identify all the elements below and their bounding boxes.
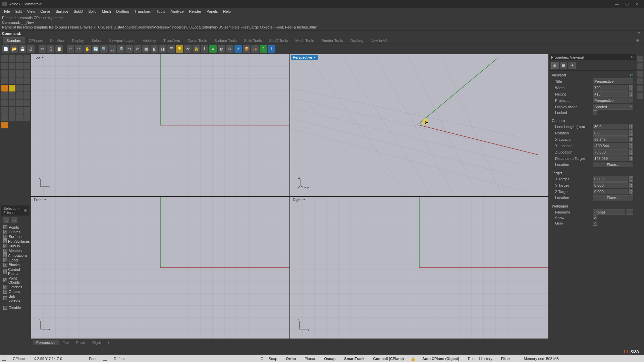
menu-panels[interactable]: Panels (204, 9, 221, 14)
copy-tool-icon[interactable] (9, 92, 15, 99)
filter-row[interactable]: Sub-objects (3, 294, 27, 303)
gear-icon[interactable]: ⚙ (631, 55, 634, 59)
about-icon[interactable]: ℹ (268, 45, 275, 53)
dock-display-icon[interactable] (637, 71, 643, 77)
filter-row[interactable]: Others (3, 289, 27, 294)
chevron-down-icon[interactable]: ▼ (41, 56, 44, 59)
viewtab-top[interactable]: Top (59, 340, 72, 345)
viewtab-front[interactable]: Front (73, 340, 88, 345)
filter-row[interactable]: Disable (3, 305, 27, 310)
lightbulb-icon[interactable]: 💡 (176, 45, 183, 53)
rotation-field[interactable]: 0.0 (593, 130, 628, 136)
freeform-icon[interactable] (9, 70, 15, 77)
ellipse-icon[interactable] (1, 70, 8, 77)
cam-z-field[interactable]: 73.030 (593, 149, 628, 155)
filter-checkbox[interactable] (3, 235, 7, 239)
show-checkbox[interactable] (593, 216, 597, 220)
filter-row[interactable]: Annotations (3, 253, 27, 258)
filter-checkbox[interactable] (3, 239, 7, 243)
render-tool-icon[interactable] (9, 114, 15, 121)
filter-row[interactable]: Lights (3, 258, 27, 262)
redo-icon[interactable]: ↷ (75, 45, 83, 53)
filter-row[interactable]: Meshes (3, 248, 27, 253)
tab-solidtools[interactable]: Solid Tools (240, 37, 265, 44)
flyout-icon[interactable] (1, 122, 8, 128)
viewport-label-top[interactable]: Top▼ (32, 55, 46, 60)
tab-newinv8[interactable]: New in V8 (367, 37, 391, 44)
filter-checkbox[interactable] (3, 285, 7, 289)
curve-icon[interactable] (23, 55, 30, 62)
tab-surfacetools[interactable]: Surface Tools (211, 37, 240, 44)
filter-checkbox[interactable] (3, 253, 7, 257)
filter-row[interactable]: Points (3, 225, 27, 230)
cut-icon[interactable]: ✂ (39, 45, 46, 53)
pan-icon[interactable]: ✋ (84, 45, 91, 53)
zoom-extents-icon[interactable]: ⛶ (109, 45, 116, 53)
package-icon[interactable]: 📦 (243, 45, 250, 53)
zoom-selected-icon[interactable]: 🔎 (117, 45, 124, 53)
viewport-height-field[interactable]: 415 (593, 91, 628, 97)
lens-field[interactable]: 50.0 (593, 124, 628, 129)
filter-row[interactable]: Blocks (3, 262, 27, 267)
tab-visibility[interactable]: Visibility (139, 37, 160, 44)
layer-color-swatch[interactable] (2, 357, 6, 361)
viewport-label-right[interactable]: Right▼ (291, 197, 308, 202)
viewport-width-field[interactable]: 729 (593, 85, 628, 90)
misc-icon[interactable] (23, 114, 30, 121)
osnap-toggle[interactable]: Osnap (322, 356, 337, 361)
options-icon[interactable]: ⚙ (226, 45, 233, 53)
planar-toggle[interactable]: Planar (303, 356, 317, 361)
filter-checkbox[interactable] (3, 244, 7, 248)
menu-render[interactable]: Render (186, 9, 204, 14)
refresh-icon[interactable]: ⟳ (630, 73, 633, 77)
menu-subd[interactable]: SubD (71, 9, 86, 14)
lock-icon[interactable]: 🔒 (193, 45, 200, 53)
filter-row[interactable]: Control Points (3, 267, 27, 276)
tab-display[interactable]: Display (68, 37, 88, 44)
save-icon[interactable]: 💾 (19, 45, 26, 53)
check-icon[interactable] (16, 114, 23, 121)
add-viewtab-button[interactable]: + (105, 340, 112, 345)
text-icon[interactable] (16, 100, 23, 106)
maximize-button[interactable]: ▢ (622, 1, 632, 7)
autocplane-toggle[interactable]: Auto CPlane (Object) (420, 356, 461, 361)
redo-view-icon[interactable]: ⟳ (134, 45, 141, 53)
named-cplane-icon[interactable]: ◨ (159, 45, 166, 53)
viewport-right[interactable]: Right▼ zy (290, 197, 548, 339)
filter-checkbox[interactable] (3, 249, 7, 253)
menu-analyze[interactable]: Analyze (168, 9, 186, 14)
viewport-perspective[interactable]: Perspective▼ zxy ➤ (290, 54, 548, 196)
copy-icon[interactable]: ⎘ (47, 45, 54, 53)
array-icon[interactable] (9, 100, 15, 106)
menu-edit[interactable]: Edit (13, 9, 24, 14)
new-icon[interactable]: 📄 (2, 45, 9, 53)
filter-none-icon[interactable]: ⬚ (3, 217, 9, 223)
render-icon[interactable]: ● (209, 45, 217, 53)
layers-icon[interactable]: ☰ (167, 45, 175, 53)
menu-help[interactable]: Help (220, 9, 233, 14)
lock-icon[interactable]: 🔒 (411, 356, 416, 361)
filter-checkbox[interactable] (3, 296, 7, 300)
rotate-tool-icon[interactable] (16, 92, 23, 99)
menu-drafting[interactable]: Drafting (114, 9, 132, 14)
light-icon[interactable] (16, 107, 23, 114)
filter-checkbox[interactable] (3, 230, 7, 234)
viewtab-right[interactable]: Right (89, 340, 104, 345)
camera-icon[interactable] (23, 107, 30, 114)
filter-toggle[interactable]: Filter (499, 356, 512, 361)
help-icon[interactable]: ? (260, 45, 267, 53)
dock-help-icon[interactable] (637, 78, 643, 84)
polyline-icon[interactable] (16, 55, 23, 62)
hide-icon[interactable]: 👁 (184, 45, 192, 53)
tab-subdtools[interactable]: SubD Tools (265, 37, 291, 44)
tab-select[interactable]: Select (88, 37, 106, 44)
point-icon[interactable] (16, 70, 23, 77)
dock-layers-icon[interactable] (637, 63, 643, 69)
menu-curve[interactable]: Curve (38, 9, 53, 14)
filter-checkbox[interactable] (3, 225, 7, 229)
chevron-down-icon[interactable]: ▼ (44, 198, 47, 201)
dock-libraries-icon[interactable] (637, 93, 643, 99)
zoom-icon[interactable]: 🔍 (100, 45, 108, 53)
display-mode-select[interactable]: Shaded (593, 104, 633, 110)
tab-viewportlayout[interactable]: Viewport Layout (105, 37, 139, 44)
